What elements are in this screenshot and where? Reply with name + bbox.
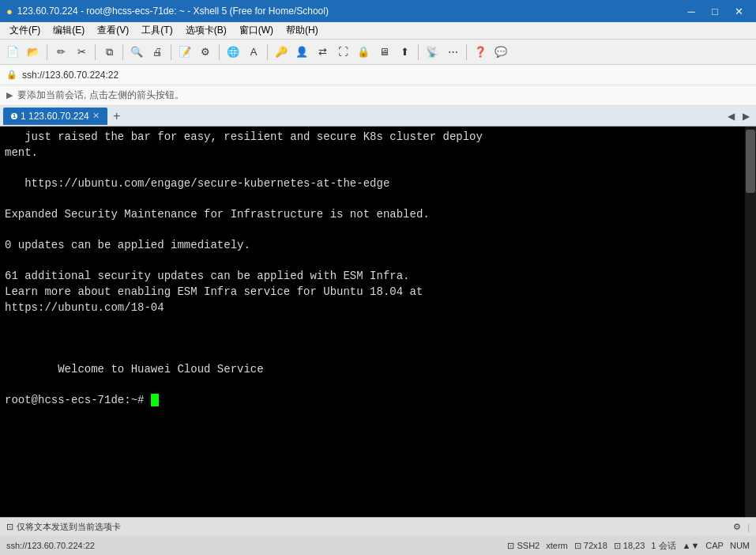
bottom-bar: ssh://123.60.70.224:22 ⊡ SSH2 xterm ⊡ 72… bbox=[0, 536, 756, 555]
terminal-wrapper: just raised the bar for easy, resilient … bbox=[0, 126, 756, 517]
tab-label: 1 123.60.70.224 bbox=[21, 111, 89, 122]
tb-new[interactable]: 📄 bbox=[3, 43, 22, 62]
close-button[interactable]: ✕ bbox=[728, 3, 750, 19]
bottom-num: NUM bbox=[730, 541, 750, 550]
bottom-pos: ⊡ 18,23 bbox=[614, 541, 645, 551]
bottom-caps: CAP bbox=[705, 541, 724, 550]
cursor bbox=[151, 394, 159, 406]
tb-highlight[interactable]: ✏ bbox=[51, 43, 70, 62]
tb-open[interactable]: 📂 bbox=[24, 43, 43, 62]
tb-globe[interactable]: 🌐 bbox=[224, 43, 243, 62]
tb-settings[interactable]: ⚙ bbox=[196, 43, 215, 62]
hint-arrow-icon: ▶ bbox=[6, 90, 13, 100]
status-sep1: | bbox=[747, 523, 750, 532]
tab-indicator: 1 bbox=[11, 113, 17, 119]
address-bar: 🔒 ssh://123.60.70.224:22 bbox=[0, 65, 756, 85]
tab-active[interactable]: 1 1 123.60.70.224 ✕ bbox=[3, 108, 107, 125]
tb-sep8 bbox=[466, 44, 467, 60]
terminal-output: just raised the bar for easy, resilient … bbox=[0, 126, 745, 517]
tab-nav: ◀ ▶ bbox=[724, 109, 753, 123]
menu-edit[interactable]: 编辑(E) bbox=[47, 22, 91, 39]
tab-bar: 1 1 123.60.70.224 ✕ + ◀ ▶ bbox=[0, 106, 756, 126]
tb-comment[interactable]: 💬 bbox=[491, 43, 510, 62]
address-url: ssh://123.60.70.224:22 bbox=[22, 70, 118, 81]
tb-sep5 bbox=[219, 44, 220, 60]
app-icon: ● bbox=[6, 6, 13, 17]
tb-full[interactable]: ⛶ bbox=[333, 43, 352, 62]
toolbar: 📄 📂 ✏ ✂ ⧉ 🔍 🖨 📝 ⚙ 🌐 A 🔑 👤 ⇄ ⛶ 🔒 🖥 ⬆ 📡 ⋯ … bbox=[0, 40, 756, 65]
tab-close-button[interactable]: ✕ bbox=[92, 111, 100, 121]
bottom-arrows[interactable]: ▲▼ bbox=[683, 541, 700, 550]
status-bar: ⊡ 仅将文本发送到当前选项卡 ⚙ | bbox=[0, 517, 756, 536]
status-hint: ⊡ 仅将文本发送到当前选项卡 bbox=[6, 521, 727, 533]
tb-help[interactable]: ❓ bbox=[471, 43, 490, 62]
status-right: ⚙ | bbox=[733, 522, 750, 532]
bottom-right: ⊡ SSH2 xterm ⊡ 72x18 ⊡ 18,23 1 会话 ▲▼ CAP… bbox=[507, 540, 750, 552]
bottom-term: xterm bbox=[546, 541, 568, 550]
tb-sep2 bbox=[95, 44, 96, 60]
title-bar-controls: ─ □ ✕ bbox=[680, 3, 750, 19]
tab-nav-right[interactable]: ▶ bbox=[739, 109, 753, 123]
bottom-size: ⊡ 72x18 bbox=[574, 541, 607, 551]
tab-nav-left[interactable]: ◀ bbox=[724, 109, 738, 123]
tb-sep4 bbox=[171, 44, 171, 60]
menu-file[interactable]: 文件(F) bbox=[3, 22, 47, 39]
tb-key[interactable]: 🔑 bbox=[272, 43, 291, 62]
hint-bar: ▶ 要添加当前会话, 点击左侧的箭头按钮。 bbox=[0, 85, 756, 106]
bottom-ssh: ⊡ SSH2 bbox=[507, 541, 540, 551]
status-hint-icon: ⊡ bbox=[6, 522, 13, 532]
tb-agent[interactable]: 👤 bbox=[292, 43, 311, 62]
title-bar: ● 123.60.70.224 - root@hcss-ecs-71de: ~ … bbox=[0, 0, 756, 22]
tb-session[interactable]: 🖥 bbox=[374, 43, 393, 62]
tb-font[interactable]: A bbox=[244, 43, 263, 62]
tb-broadcast[interactable]: 📡 bbox=[423, 43, 442, 62]
tab-add-button[interactable]: + bbox=[109, 108, 125, 124]
tb-compose[interactable]: 📝 bbox=[175, 43, 194, 62]
terminal[interactable]: just raised the bar for easy, resilient … bbox=[0, 126, 745, 517]
tb-more[interactable]: ⋯ bbox=[443, 43, 462, 62]
menu-bar: 文件(F) 编辑(E) 查看(V) 工具(T) 选项卡(B) 窗口(W) 帮助(… bbox=[0, 22, 756, 40]
status-hint-text: 仅将文本发送到当前选项卡 bbox=[17, 521, 121, 533]
title-bar-text: 123.60.70.224 - root@hcss-ecs-71de: ~ - … bbox=[17, 6, 329, 17]
menu-help[interactable]: 帮助(H) bbox=[280, 22, 325, 39]
minimize-button[interactable]: ─ bbox=[680, 3, 702, 19]
tb-sep3 bbox=[122, 44, 123, 60]
bottom-sessions: 1 会话 bbox=[651, 540, 675, 552]
menu-window[interactable]: 窗口(W) bbox=[233, 22, 280, 39]
tb-cut[interactable]: ✂ bbox=[72, 43, 91, 62]
menu-view[interactable]: 查看(V) bbox=[91, 22, 135, 39]
tb-sep7 bbox=[418, 44, 419, 60]
bottom-address: ssh://123.60.70.224:22 bbox=[6, 541, 498, 550]
hint-text: 要添加当前会话, 点击左侧的箭头按钮。 bbox=[17, 89, 184, 102]
tb-copy[interactable]: ⧉ bbox=[100, 43, 118, 62]
tb-upload[interactable]: ⬆ bbox=[395, 43, 414, 62]
tb-search[interactable]: 🔍 bbox=[127, 43, 146, 62]
status-settings-icon[interactable]: ⚙ bbox=[733, 522, 741, 532]
maximize-button[interactable]: □ bbox=[704, 3, 726, 19]
tb-sep6 bbox=[267, 44, 268, 60]
tb-print[interactable]: 🖨 bbox=[148, 43, 167, 62]
tb-lock[interactable]: 🔒 bbox=[354, 43, 373, 62]
scrollbar-thumb[interactable] bbox=[746, 130, 755, 193]
menu-tabs[interactable]: 选项卡(B) bbox=[179, 22, 233, 39]
lock-icon: 🔒 bbox=[6, 70, 17, 80]
tb-sep1 bbox=[47, 44, 47, 60]
tb-sftp[interactable]: ⇄ bbox=[313, 43, 332, 62]
menu-tools[interactable]: 工具(T) bbox=[135, 22, 179, 39]
scrollbar-track[interactable] bbox=[745, 126, 756, 517]
